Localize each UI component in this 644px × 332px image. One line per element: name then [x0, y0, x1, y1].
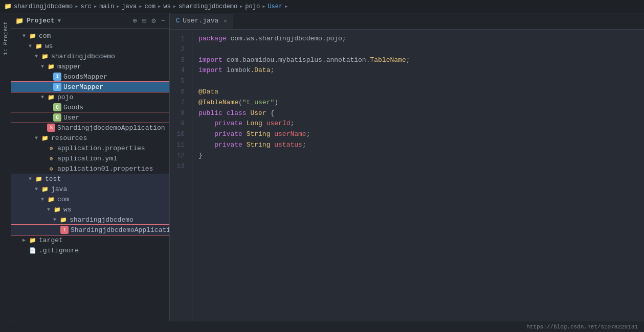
- folder-icon: 📁: [53, 205, 61, 214]
- tree-item-mapper[interactable]: ▼ 📁 mapper: [11, 61, 169, 72]
- code-container: 1 2 3 4 5 6 7 8 9 10 11 12 13 package co…: [170, 30, 644, 321]
- sidebar-header: 📁 Project ▼ ⊕ ⊟ ⚙ −: [11, 13, 169, 29]
- folder-icon: 📁: [29, 32, 37, 40]
- tree-item-app-props[interactable]: ⚙ application.properties: [11, 143, 169, 153]
- breadcrumb-pojo[interactable]: pojo: [245, 3, 260, 10]
- class-icon: C: [53, 103, 61, 111]
- tab-filename: User.java: [183, 17, 218, 25]
- tree-item-target[interactable]: ▶ 📁 target: [11, 235, 169, 245]
- sidebar-toolbar: ⊕ ⊟ ⚙ −: [132, 16, 165, 25]
- tree-item-resources[interactable]: ▼ 📁 resources: [11, 133, 169, 143]
- folder-icon: 📁: [35, 175, 43, 183]
- breadcrumb-main[interactable]: main: [99, 3, 114, 10]
- folder-icon: 📁: [41, 52, 49, 60]
- status-bar: https://blog.csdn.net/s1078229131: [0, 321, 644, 332]
- breadcrumb-root[interactable]: shardingjdbcdemo: [14, 3, 73, 10]
- settings-icon[interactable]: ⚙: [151, 16, 156, 25]
- breadcrumb-java[interactable]: java: [122, 3, 137, 10]
- breadcrumb-ws[interactable]: ws: [163, 3, 170, 10]
- status-url: https://blog.csdn.net/s1078229131: [526, 324, 638, 330]
- breadcrumb-com[interactable]: com: [144, 3, 156, 10]
- sidebar: 📁 Project ▼ ⊕ ⊟ ⚙ − ▼ 📁 com ▼ 📁 ws: [11, 13, 170, 321]
- tree-item-com[interactable]: ▼ 📁 com: [11, 31, 169, 41]
- interface-icon: I: [53, 83, 61, 91]
- breadcrumb-src[interactable]: src: [80, 3, 92, 10]
- tree-item-test-ws[interactable]: ▼ 📁 ws: [11, 204, 169, 215]
- folder-icon: 📁: [47, 195, 55, 203]
- tree-item-gitignore[interactable]: 📄 .gitignore: [11, 245, 169, 255]
- folder-icon: 📁: [35, 42, 43, 50]
- editor-tabs: C User.java ✕: [170, 13, 644, 30]
- breadcrumb-bar: 📁 shardingjdbcdemo ▸ src ▸ main ▸ java ▸…: [0, 0, 644, 13]
- breadcrumb-user[interactable]: User: [268, 3, 282, 10]
- locate-icon[interactable]: ⊕: [132, 16, 137, 25]
- vertical-project-tab[interactable]: 1: Project: [0, 13, 11, 321]
- collapse-icon[interactable]: ⊟: [142, 16, 146, 25]
- tree-item-usermapper[interactable]: I UserMapper: [11, 82, 169, 92]
- folder-icon: 📁: [47, 93, 55, 101]
- springboot-icon: S: [47, 124, 55, 132]
- breadcrumb-shardingjdbcdemo[interactable]: shardingjdbcdemo: [179, 3, 237, 10]
- tree-item-user[interactable]: C User: [11, 112, 169, 123]
- props-icon: ⚙: [47, 164, 55, 173]
- vertical-tab-label[interactable]: 1: Project: [2, 17, 10, 59]
- props-icon: ⚙: [47, 144, 55, 152]
- folder-icon: 📁: [41, 134, 49, 142]
- sidebar-title: 📁 Project ▼: [15, 17, 61, 25]
- editor-area: C User.java ✕ 1 2 3 4 5 6 7 8 9 10 11 12…: [170, 13, 644, 321]
- tree-item-app-yml[interactable]: ⚙ application.yml: [11, 153, 169, 163]
- tree-item-shardingjdbcdemo-app[interactable]: S ShardingjdbcdemoApplication: [11, 123, 169, 133]
- tree-item-test-java[interactable]: ▼ 📁 java: [11, 184, 169, 194]
- sidebar-tree: ▼ 📁 com ▼ 📁 ws ▼ 📁 shardingjdbcdemo ▼ 📁 …: [11, 29, 169, 321]
- tree-item-shardingjdbcdemo[interactable]: ▼ 📁 shardingjdbcdemo: [11, 51, 169, 61]
- test-icon: T: [60, 226, 69, 234]
- tree-item-goods[interactable]: C Goods: [11, 102, 169, 112]
- breadcrumb-icon: 📁: [4, 3, 12, 10]
- tree-item-test-shardingjdbcdemo[interactable]: ▼ 📁 shardingjdbcdemo: [11, 215, 169, 225]
- tree-item-ws[interactable]: ▼ 📁 ws: [11, 41, 169, 51]
- editor-tab-user[interactable]: C User.java ✕: [170, 14, 233, 29]
- folder-icon: 📁: [29, 236, 37, 244]
- file-icon: 📄: [29, 246, 37, 254]
- tree-item-app01-props[interactable]: ⚙ application01.properties: [11, 163, 169, 174]
- line-numbers: 1 2 3 4 5 6 7 8 9 10 11 12 13: [170, 30, 192, 321]
- tab-close-button[interactable]: ✕: [224, 18, 227, 24]
- class-icon: C: [53, 113, 61, 122]
- folder-icon: 📁: [47, 62, 55, 70]
- yaml-icon: ⚙: [47, 154, 55, 162]
- tree-item-test[interactable]: ▼ 📁 test: [11, 174, 169, 184]
- folder-icon: 📁: [59, 216, 68, 224]
- tree-item-test-com[interactable]: ▼ 📁 com: [11, 194, 169, 204]
- code-editor[interactable]: package com.ws.shardingjdbcdemo.pojo; im…: [192, 30, 644, 321]
- interface-icon: I: [53, 73, 61, 81]
- tree-item-app-tests[interactable]: T ShardingjdbcdemoApplicationTests: [11, 225, 169, 235]
- tree-item-pojo[interactable]: ▼ 📁 pojo: [11, 92, 169, 102]
- tab-class-icon: C: [176, 17, 180, 25]
- minimize-icon[interactable]: −: [161, 17, 165, 25]
- tree-item-goodsmapper[interactable]: I GoodsMapper: [11, 72, 169, 82]
- folder-icon: 📁: [41, 185, 49, 193]
